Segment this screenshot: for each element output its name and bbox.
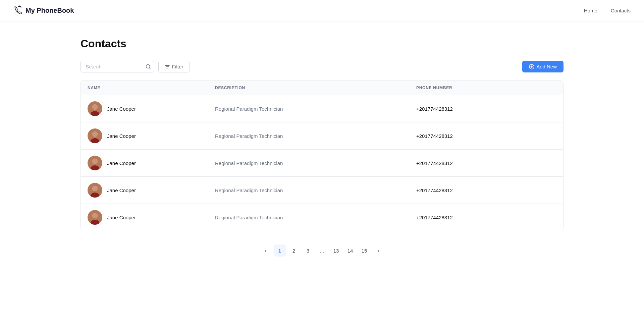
page-1-button[interactable]: 1 xyxy=(274,245,286,257)
toolbar-left: Filter xyxy=(80,61,190,72)
contact-name: Jane Cooper xyxy=(107,160,136,166)
filter-icon xyxy=(165,64,170,69)
contact-description: Regional Paradigm Technician xyxy=(215,106,283,112)
contacts-table: NAME DESCRIPTION PHONE NUMBER Jane Coope… xyxy=(81,81,563,231)
prev-page-button[interactable]: ‹ xyxy=(260,245,272,257)
page-14-button[interactable]: 14 xyxy=(344,245,356,257)
svg-point-16 xyxy=(93,159,97,164)
page-title: Contacts xyxy=(80,38,564,50)
col-name: NAME xyxy=(81,81,208,95)
table-row[interactable]: Jane Cooper Regional Paradigm Technician… xyxy=(81,150,563,177)
col-description: DESCRIPTION xyxy=(208,81,410,95)
next-page-button[interactable]: › xyxy=(372,245,384,257)
contact-cell: Jane Cooper xyxy=(88,128,202,143)
contacts-table-container: NAME DESCRIPTION PHONE NUMBER Jane Coope… xyxy=(80,80,564,231)
contact-name: Jane Cooper xyxy=(107,133,136,139)
table-body: Jane Cooper Regional Paradigm Technician… xyxy=(81,95,563,231)
nav-home[interactable]: Home xyxy=(584,8,597,13)
svg-point-24 xyxy=(93,213,97,218)
svg-point-12 xyxy=(93,132,97,137)
contact-cell: Jane Cooper xyxy=(88,210,202,225)
add-new-label: Add New xyxy=(536,64,557,69)
add-new-button[interactable]: Add New xyxy=(522,61,564,72)
contact-name: Jane Cooper xyxy=(107,215,136,220)
contact-description: Regional Paradigm Technician xyxy=(215,133,283,139)
brand: My PhoneBook xyxy=(13,5,74,16)
page-15-button[interactable]: 15 xyxy=(358,245,370,257)
add-icon xyxy=(529,64,534,69)
search-button[interactable] xyxy=(146,64,151,69)
svg-point-8 xyxy=(93,105,97,109)
avatar xyxy=(88,101,102,116)
contact-phone: +201774428312 xyxy=(416,106,453,112)
contact-description: Regional Paradigm Technician xyxy=(215,187,283,193)
pagination: ‹ 123…131415 › xyxy=(80,245,564,257)
table-row[interactable]: Jane Cooper Regional Paradigm Technician… xyxy=(81,122,563,150)
contact-phone: +201774428312 xyxy=(416,133,453,139)
avatar xyxy=(88,183,102,198)
filter-label: Filter xyxy=(172,64,183,69)
table-row[interactable]: Jane Cooper Regional Paradigm Technician… xyxy=(81,177,563,204)
brand-title: My PhoneBook xyxy=(25,7,74,14)
contact-description: Regional Paradigm Technician xyxy=(215,160,283,166)
svg-line-1 xyxy=(149,68,151,69)
table-header: NAME DESCRIPTION PHONE NUMBER xyxy=(81,81,563,95)
navbar: My PhoneBook Home Contacts xyxy=(0,0,644,21)
contact-phone: +201774428312 xyxy=(416,187,453,193)
avatar xyxy=(88,128,102,143)
contact-cell: Jane Cooper xyxy=(88,101,202,116)
page-13-button[interactable]: 13 xyxy=(330,245,342,257)
pagination-pages: 123…131415 xyxy=(274,245,370,257)
search-input[interactable] xyxy=(80,61,154,72)
avatar xyxy=(88,156,102,170)
contact-cell: Jane Cooper xyxy=(88,156,202,170)
contact-name: Jane Cooper xyxy=(107,187,136,193)
svg-point-20 xyxy=(93,186,97,191)
main-content: Contacts Filter xyxy=(67,21,577,270)
contact-description: Regional Paradigm Technician xyxy=(215,215,283,220)
contact-phone: +201774428312 xyxy=(416,160,453,166)
table-row[interactable]: Jane Cooper Regional Paradigm Technician… xyxy=(81,204,563,231)
toolbar: Filter Add New xyxy=(80,61,564,72)
avatar xyxy=(88,210,102,225)
search-wrapper xyxy=(80,61,154,72)
table-row[interactable]: Jane Cooper Regional Paradigm Technician… xyxy=(81,95,563,122)
page-ellipsis: … xyxy=(316,245,328,257)
col-phone: PHONE NUMBER xyxy=(410,81,563,95)
contact-phone: +201774428312 xyxy=(416,215,453,220)
contact-name: Jane Cooper xyxy=(107,106,136,112)
nav-contacts[interactable]: Contacts xyxy=(611,8,631,13)
contact-cell: Jane Cooper xyxy=(88,183,202,198)
filter-button[interactable]: Filter xyxy=(158,61,190,72)
page-3-button[interactable]: 3 xyxy=(302,245,314,257)
page-2-button[interactable]: 2 xyxy=(288,245,300,257)
phone-icon xyxy=(13,5,22,16)
nav-links: Home Contacts xyxy=(584,8,631,13)
